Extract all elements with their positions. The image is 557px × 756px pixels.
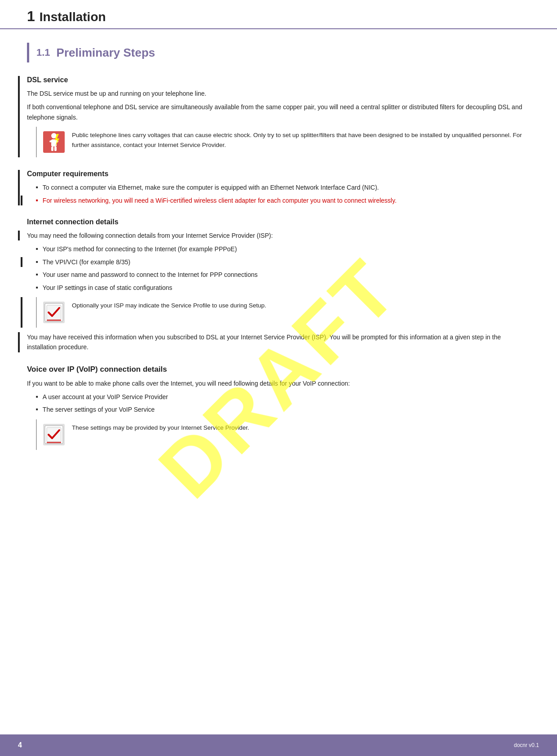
voip-heading: Voice over IP (VoIP) connection details [27, 365, 530, 374]
svg-rect-11 [47, 320, 61, 321]
svg-rect-15 [47, 442, 61, 443]
svg-rect-6 [54, 147, 57, 151]
change-bar-isp-intro [18, 231, 20, 240]
voip-bullet-1: A user account at your VoIP Service Prov… [36, 392, 530, 402]
voip-section: Voice over IP (VoIP) connection details … [27, 365, 530, 450]
computer-requirements-heading: Computer requirements [27, 170, 530, 178]
dsl-warning-text: Public telephone lines carry voltages th… [72, 130, 525, 150]
voip-intro: If you want to be able to make phone cal… [27, 378, 530, 388]
dsl-warning-note: Public telephone lines carry voltages th… [36, 127, 530, 157]
section-title: Preliminary Steps [57, 46, 155, 60]
change-bar-vpi [21, 257, 22, 267]
internet-bullet-2: The VPI/VCI (for example 8/35) [36, 257, 530, 267]
voip-note-text: These settings may be provided by your I… [72, 423, 249, 433]
doc-version: docnr v0.1 [514, 742, 539, 748]
page-number: 4 [18, 741, 22, 749]
chapter-number: 1 [27, 8, 35, 25]
check-icon [42, 301, 66, 324]
page-footer: 4 docnr v0.1 [0, 734, 557, 756]
voip-bullet-2: The server settings of your VoIP Service [36, 405, 530, 414]
internet-connection-heading: Internet connection details [27, 218, 530, 226]
section-heading-row: 1.1 Preliminary Steps [27, 43, 530, 62]
computer-req-item-2: For wireless networking, you will need a… [36, 196, 530, 205]
voip-note: These settings may be provided by your I… [36, 419, 530, 450]
dsl-service-para2: If both conventional telephone and DSL s… [27, 102, 530, 122]
dsl-service-heading: DSL service [27, 76, 530, 84]
voip-list: A user account at your VoIP Service Prov… [36, 392, 530, 415]
section-number: 1.1 [36, 47, 50, 58]
voip-check-icon [42, 423, 66, 446]
svg-rect-5 [51, 147, 53, 151]
internet-bullet-4: Your IP settings in case of static confi… [36, 283, 530, 293]
dsl-service-section: DSL service The DSL service must be up a… [27, 76, 530, 157]
page-header: 1 Installation [0, 0, 557, 29]
isp-note-text: Optionally your ISP may indicate the Ser… [72, 301, 266, 311]
dsl-service-para1: The DSL service must be up and running o… [27, 89, 530, 98]
chapter-title: Installation [40, 10, 106, 24]
isp-note: Optionally your ISP may indicate the Ser… [36, 297, 530, 328]
internet-bullet-3: Your user name and password to connect t… [36, 270, 530, 280]
main-content: 1.1 Preliminary Steps DSL service The DS… [0, 29, 557, 489]
internet-connection-intro: You may need the following connection de… [27, 231, 530, 240]
change-bar-received [18, 332, 20, 352]
change-bar-isp-note [21, 297, 22, 328]
section-bar [27, 43, 29, 62]
change-bar-computer [18, 170, 20, 205]
warning-icon [42, 130, 66, 154]
internet-connection-para2: You may have received this information w… [27, 332, 530, 352]
computer-requirements-list: To connect a computer via Ethernet, make… [36, 182, 530, 205]
computer-req-item-1: To connect a computer via Ethernet, make… [36, 182, 530, 192]
internet-connection-list: Your ISP's method for connecting to the … [36, 244, 530, 293]
computer-requirements-section: Computer requirements To connect a compu… [27, 170, 530, 205]
change-bar-wireless [21, 196, 22, 205]
internet-connection-section: Internet connection details You may need… [27, 218, 530, 352]
internet-bullet-1: Your ISP's method for connecting to the … [36, 244, 530, 254]
